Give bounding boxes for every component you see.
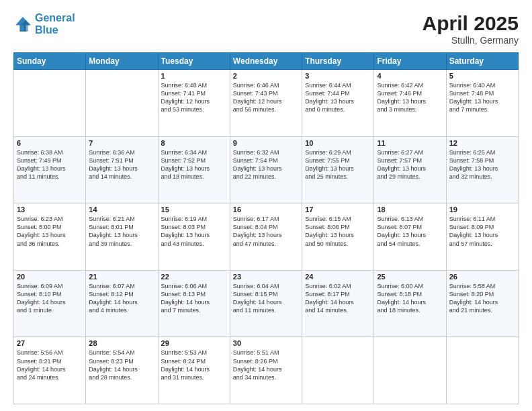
day-info: Sunrise: 6:09 AM Sunset: 8:10 PM Dayligh… <box>17 282 83 315</box>
day-number: 28 <box>89 339 154 347</box>
day-number: 3 <box>305 72 371 80</box>
calendar-cell: 29Sunrise: 5:53 AM Sunset: 8:24 PM Dayli… <box>158 337 230 404</box>
day-number: 25 <box>377 273 443 281</box>
day-info: Sunrise: 6:27 AM Sunset: 7:57 PM Dayligh… <box>377 148 443 181</box>
calendar-cell <box>14 70 86 137</box>
calendar-cell: 19Sunrise: 6:11 AM Sunset: 8:09 PM Dayli… <box>446 203 518 271</box>
calendar-cell: 22Sunrise: 6:06 AM Sunset: 8:13 PM Dayli… <box>158 270 230 337</box>
day-info: Sunrise: 6:44 AM Sunset: 7:44 PM Dayligh… <box>305 81 371 114</box>
calendar-cell: 21Sunrise: 6:07 AM Sunset: 8:12 PM Dayli… <box>86 270 158 337</box>
day-info: Sunrise: 6:02 AM Sunset: 8:17 PM Dayligh… <box>305 282 371 315</box>
calendar-cell: 25Sunrise: 6:00 AM Sunset: 8:18 PM Dayli… <box>374 270 446 337</box>
calendar-cell: 23Sunrise: 6:04 AM Sunset: 8:15 PM Dayli… <box>230 270 302 337</box>
day-number: 24 <box>305 273 371 281</box>
calendar-cell: 30Sunrise: 5:51 AM Sunset: 8:26 PM Dayli… <box>230 337 302 404</box>
day-info: Sunrise: 6:40 AM Sunset: 7:48 PM Dayligh… <box>449 81 515 114</box>
calendar-header-row: SundayMondayTuesdayWednesdayThursdayFrid… <box>14 53 519 70</box>
calendar-cell: 16Sunrise: 6:17 AM Sunset: 8:04 PM Dayli… <box>230 203 302 271</box>
calendar-cell: 26Sunrise: 5:58 AM Sunset: 8:20 PM Dayli… <box>446 270 518 337</box>
weekday-header-tuesday: Tuesday <box>158 53 230 70</box>
day-number: 12 <box>449 139 515 147</box>
header: General Blue April 2025 Stulln, Germany <box>13 12 519 46</box>
calendar-cell: 27Sunrise: 5:56 AM Sunset: 8:21 PM Dayli… <box>14 337 86 404</box>
day-info: Sunrise: 6:34 AM Sunset: 7:52 PM Dayligh… <box>161 148 227 181</box>
day-number: 9 <box>233 139 299 147</box>
day-number: 20 <box>17 273 83 281</box>
calendar-cell <box>302 337 374 404</box>
day-info: Sunrise: 6:17 AM Sunset: 8:04 PM Dayligh… <box>233 215 299 248</box>
day-number: 11 <box>377 139 443 147</box>
calendar-cell: 2Sunrise: 6:46 AM Sunset: 7:43 PM Daylig… <box>230 70 302 137</box>
day-number: 1 <box>161 72 227 80</box>
day-number: 22 <box>161 273 227 281</box>
logo-general: General <box>35 12 75 24</box>
day-number: 2 <box>233 72 299 80</box>
day-info: Sunrise: 6:42 AM Sunset: 7:46 PM Dayligh… <box>377 81 443 114</box>
calendar-cell: 15Sunrise: 6:19 AM Sunset: 8:03 PM Dayli… <box>158 203 230 271</box>
logo-blue: Blue <box>35 24 58 36</box>
day-info: Sunrise: 6:23 AM Sunset: 8:00 PM Dayligh… <box>17 215 83 248</box>
calendar-week-2: 13Sunrise: 6:23 AM Sunset: 8:00 PM Dayli… <box>14 203 519 271</box>
day-number: 13 <box>17 205 83 214</box>
calendar-cell <box>374 337 446 404</box>
day-number: 21 <box>89 273 154 281</box>
day-number: 14 <box>89 205 154 214</box>
calendar-week-3: 20Sunrise: 6:09 AM Sunset: 8:10 PM Dayli… <box>14 270 519 337</box>
day-number: 26 <box>449 273 515 281</box>
calendar-cell: 11Sunrise: 6:27 AM Sunset: 7:57 PM Dayli… <box>374 136 446 203</box>
calendar-week-4: 27Sunrise: 5:56 AM Sunset: 8:21 PM Dayli… <box>14 337 519 404</box>
day-info: Sunrise: 5:58 AM Sunset: 8:20 PM Dayligh… <box>449 282 515 315</box>
day-number: 7 <box>89 139 154 147</box>
day-info: Sunrise: 6:48 AM Sunset: 7:41 PM Dayligh… <box>161 81 227 114</box>
weekday-header-thursday: Thursday <box>302 53 374 70</box>
day-number: 6 <box>17 139 83 147</box>
calendar-cell: 9Sunrise: 6:32 AM Sunset: 7:54 PM Daylig… <box>230 136 302 203</box>
calendar-table: SundayMondayTuesdayWednesdayThursdayFrid… <box>13 52 519 404</box>
calendar-cell: 1Sunrise: 6:48 AM Sunset: 7:41 PM Daylig… <box>158 70 230 137</box>
day-info: Sunrise: 6:13 AM Sunset: 8:07 PM Dayligh… <box>377 215 443 248</box>
day-info: Sunrise: 6:07 AM Sunset: 8:12 PM Dayligh… <box>89 282 154 315</box>
day-info: Sunrise: 6:21 AM Sunset: 8:01 PM Dayligh… <box>89 215 154 248</box>
day-info: Sunrise: 5:56 AM Sunset: 8:21 PM Dayligh… <box>17 349 83 381</box>
calendar-cell: 3Sunrise: 6:44 AM Sunset: 7:44 PM Daylig… <box>302 70 374 137</box>
day-info: Sunrise: 5:51 AM Sunset: 8:26 PM Dayligh… <box>233 349 299 381</box>
weekday-header-friday: Friday <box>374 53 446 70</box>
day-info: Sunrise: 6:00 AM Sunset: 8:18 PM Dayligh… <box>377 282 443 315</box>
day-info: Sunrise: 5:53 AM Sunset: 8:24 PM Dayligh… <box>161 349 227 381</box>
calendar-cell <box>86 70 158 137</box>
calendar-cell: 7Sunrise: 6:36 AM Sunset: 7:51 PM Daylig… <box>86 136 158 203</box>
day-info: Sunrise: 6:11 AM Sunset: 8:09 PM Dayligh… <box>449 215 515 248</box>
calendar-cell: 8Sunrise: 6:34 AM Sunset: 7:52 PM Daylig… <box>158 136 230 203</box>
weekday-header-wednesday: Wednesday <box>230 53 302 70</box>
day-info: Sunrise: 6:46 AM Sunset: 7:43 PM Dayligh… <box>233 81 299 114</box>
calendar-cell: 14Sunrise: 6:21 AM Sunset: 8:01 PM Dayli… <box>86 203 158 271</box>
day-number: 5 <box>449 72 515 80</box>
calendar-cell: 18Sunrise: 6:13 AM Sunset: 8:07 PM Dayli… <box>374 203 446 271</box>
location: Stulln, Germany <box>423 35 519 46</box>
month-year: April 2025 <box>423 12 519 35</box>
day-info: Sunrise: 6:38 AM Sunset: 7:49 PM Dayligh… <box>17 148 83 181</box>
day-number: 18 <box>377 205 443 214</box>
day-number: 23 <box>233 273 299 281</box>
day-info: Sunrise: 6:29 AM Sunset: 7:55 PM Dayligh… <box>305 148 371 181</box>
logo-text: General Blue <box>35 12 75 36</box>
day-number: 27 <box>17 339 83 347</box>
day-number: 29 <box>161 339 227 347</box>
day-number: 16 <box>233 205 299 214</box>
page: General Blue April 2025 Stulln, Germany … <box>0 0 532 411</box>
calendar-cell <box>446 337 518 404</box>
calendar-cell: 5Sunrise: 6:40 AM Sunset: 7:48 PM Daylig… <box>446 70 518 137</box>
weekday-header-saturday: Saturday <box>446 53 518 70</box>
calendar-cell: 10Sunrise: 6:29 AM Sunset: 7:55 PM Dayli… <box>302 136 374 203</box>
day-info: Sunrise: 6:15 AM Sunset: 8:06 PM Dayligh… <box>305 215 371 248</box>
calendar-cell: 28Sunrise: 5:54 AM Sunset: 8:23 PM Dayli… <box>86 337 158 404</box>
day-info: Sunrise: 6:32 AM Sunset: 7:54 PM Dayligh… <box>233 148 299 181</box>
day-info: Sunrise: 6:04 AM Sunset: 8:15 PM Dayligh… <box>233 282 299 315</box>
day-number: 19 <box>449 205 515 214</box>
day-number: 30 <box>233 339 299 347</box>
day-info: Sunrise: 6:19 AM Sunset: 8:03 PM Dayligh… <box>161 215 227 248</box>
calendar-week-1: 6Sunrise: 6:38 AM Sunset: 7:49 PM Daylig… <box>14 136 519 203</box>
day-number: 15 <box>161 205 227 214</box>
title-block: April 2025 Stulln, Germany <box>423 12 519 46</box>
calendar-cell: 12Sunrise: 6:25 AM Sunset: 7:58 PM Dayli… <box>446 136 518 203</box>
